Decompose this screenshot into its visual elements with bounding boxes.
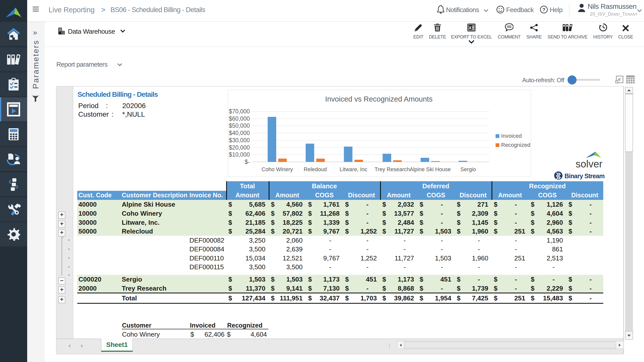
svg-text:Litware, Inc: Litware, Inc — [340, 166, 367, 172]
svg-text:X: X — [469, 26, 472, 30]
svg-text:Coho Winery: Coho Winery — [262, 166, 293, 172]
svg-text:Alpine Ski House: Alpine Ski House — [410, 166, 451, 172]
svg-text:$40,000: $40,000 — [229, 130, 250, 136]
svg-text:Reledoud: Reledoud — [304, 166, 327, 172]
svg-text:$70,000: $70,000 — [229, 108, 250, 115]
svg-text:$60,000: $60,000 — [229, 115, 250, 122]
svg-text:Sergio: Sergio — [460, 166, 476, 172]
svg-text:$30,000: $30,000 — [229, 137, 250, 144]
svg-text:$10,000: $10,000 — [229, 151, 250, 158]
svg-text:Invoiced vs Recognized Amounts: Invoiced vs Recognized Amounts — [325, 95, 432, 103]
svg-text:Invoiced: Invoiced — [501, 133, 522, 139]
svg-text:$-: $- — [245, 159, 250, 165]
svg-text:$50,000: $50,000 — [229, 122, 250, 129]
svg-text:$20,000: $20,000 — [229, 144, 250, 151]
svg-text:Trey Research: Trey Research — [375, 166, 410, 172]
svg-text:?: ? — [542, 7, 545, 12]
svg-text:Recognized: Recognized — [501, 142, 530, 148]
